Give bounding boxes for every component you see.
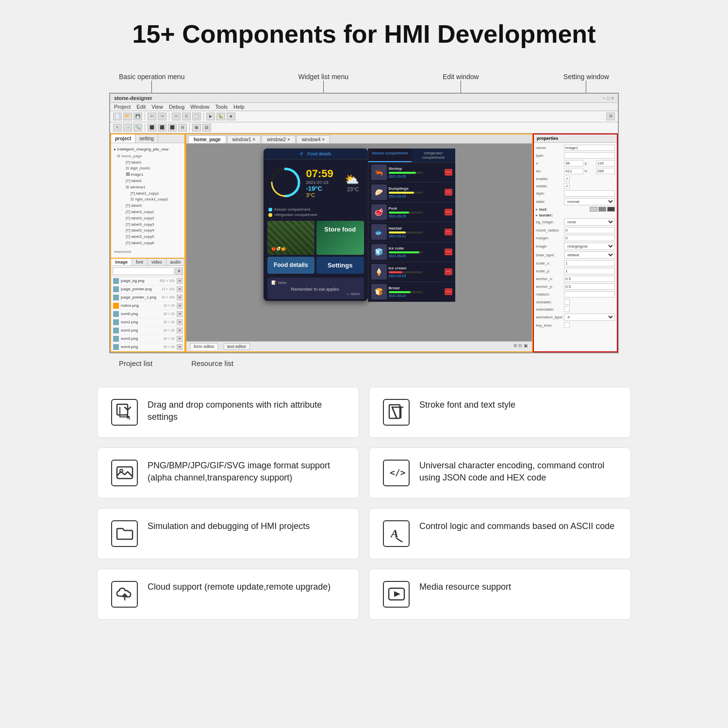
list-item[interactable]: juage_pointer.png 13 × 153 ×: [111, 285, 184, 294]
tree-label1[interactable]: [T] label1: [126, 160, 183, 166]
delete-btn[interactable]: ×: [177, 319, 182, 325]
menu-edit[interactable]: Edit: [136, 104, 146, 110]
food-details-btn[interactable]: Food details: [267, 257, 315, 274]
tab-window1[interactable]: window1 ×: [227, 135, 261, 143]
food-delete-btn[interactable]: —: [445, 169, 452, 176]
text-color-3[interactable]: [607, 207, 615, 212]
food-delete-btn[interactable]: —: [445, 288, 452, 295]
toolbar-align-right[interactable]: ⬛: [168, 124, 177, 132]
toolbar-stop[interactable]: ■: [227, 113, 235, 120]
delete-btn[interactable]: ×: [177, 336, 182, 342]
prop-style-input[interactable]: [564, 190, 615, 197]
prop-anchor-x-input[interactable]: [564, 276, 615, 282]
tree-label3-c3[interactable]: [T] label3_copy3: [126, 222, 183, 228]
toolbar-copy[interactable]: ⎘: [182, 113, 191, 120]
delete-btn[interactable]: ×: [177, 303, 182, 309]
setting-tab[interactable]: setting: [135, 134, 158, 143]
tree-window1[interactable]: ⊟ window1: [126, 184, 183, 191]
text-color-1[interactable]: [590, 207, 597, 212]
res-tab-image[interactable]: image: [111, 259, 132, 265]
toolbar-layout[interactable]: ▦: [192, 124, 201, 132]
prop-state-select[interactable]: normal: [564, 198, 615, 205]
tab-home-page[interactable]: home_page: [188, 135, 226, 143]
list-item[interactable]: juage_bg.png 500 × 200 ×: [111, 277, 184, 285]
tree-resources[interactable]: resources: [112, 248, 183, 256]
list-item[interactable]: sum1.png 18 × 22 ×: [111, 318, 184, 327]
menu-project[interactable]: Project: [114, 104, 131, 110]
tree-label3[interactable]: [T] label3: [126, 203, 183, 209]
ide-menubar[interactable]: Project Edit View Debug Window Tools Hel…: [110, 103, 618, 111]
menu-help[interactable]: Help: [233, 104, 245, 110]
store-food-btn[interactable]: Store food: [316, 221, 364, 255]
food-delete-btn[interactable]: —: [445, 189, 452, 196]
prop-clickable-checkbox[interactable]: [564, 299, 570, 305]
res-tab-audio[interactable]: audio: [166, 259, 185, 265]
prop-scale-y-input[interactable]: [564, 268, 615, 274]
toolbar-group[interactable]: ▧: [202, 124, 211, 132]
tab-window4[interactable]: window4 ×: [297, 135, 331, 143]
food-delete-btn[interactable]: —: [445, 209, 452, 215]
prop-visible-checkbox[interactable]: ✓: [564, 183, 570, 189]
tree-image1[interactable]: 🖼 image1: [126, 172, 183, 178]
list-item[interactable]: sum4.png 18 × 22 ×: [111, 343, 184, 351]
food-delete-btn[interactable]: —: [445, 248, 452, 255]
toolbar-undo[interactable]: ↩: [148, 113, 156, 120]
prop-selectable-checkbox[interactable]: [564, 306, 570, 312]
form-editor-tab[interactable]: form editor: [190, 343, 218, 350]
tree-label3-c2[interactable]: [T] label3_copy2: [126, 215, 183, 222]
prop-rotation-input[interactable]: [564, 291, 615, 298]
delete-btn[interactable]: ×: [177, 295, 182, 300]
food-tab-freezer[interactable]: freezer compartment: [368, 149, 412, 162]
prop-name-input[interactable]: [564, 145, 615, 151]
menu-window[interactable]: Window: [190, 104, 209, 110]
toolbar-run[interactable]: ▶: [206, 113, 215, 120]
tree-label3-c1[interactable]: [T] label3_copy1: [126, 209, 183, 215]
prop-type-input[interactable]: [564, 152, 615, 159]
toolbar-align-center[interactable]: ⬛: [158, 124, 166, 132]
prop-key-tone-checkbox[interactable]: [564, 322, 570, 328]
tree-label2[interactable]: [T] label2: [126, 178, 183, 184]
res-tab-video[interactable]: video: [148, 259, 166, 265]
food-delete-btn[interactable]: —: [445, 229, 452, 235]
tree-label3-c6[interactable]: [T] label3_copy6: [126, 240, 183, 247]
delete-btn[interactable]: ×: [177, 278, 182, 284]
list-item[interactable]: juage_pointer_1.png 10 × 154 ×: [111, 294, 184, 302]
toolbar-settings[interactable]: ⚙: [606, 113, 615, 120]
delete-btn[interactable]: ×: [177, 311, 182, 317]
tree-home-page[interactable]: ⊟ home_page [T] label1 ⊡ digit_clock1 🖼 …: [112, 153, 183, 247]
prop-image-select[interactable]: chargingcar: [564, 243, 615, 250]
prop-anchor-y-input[interactable]: [564, 283, 615, 290]
tree-root[interactable]: ▸ Intelligent_charging_pile_new: [112, 145, 183, 153]
tree-label3-c4[interactable]: [T] label3_copy4: [126, 228, 183, 234]
toolbar-pointer[interactable]: →: [123, 124, 132, 132]
prop-animation-select[interactable]: 4: [564, 314, 615, 321]
tree-right-clock[interactable]: ⊡ right_clock1_copy1: [126, 197, 183, 203]
prop-h-input[interactable]: [596, 168, 615, 174]
list-item[interactable]: sum3.png 18 × 22 ×: [111, 335, 184, 343]
toolbar-save[interactable]: 💾: [133, 113, 142, 120]
tree-label3-c5[interactable]: [T] label3_copy5: [126, 234, 183, 240]
prop-w-input[interactable]: [564, 168, 583, 174]
settings-btn[interactable]: Settings: [316, 257, 364, 274]
delete-btn[interactable]: ×: [177, 344, 182, 350]
toolbar-debug[interactable]: 🐛: [216, 113, 225, 120]
tree-label1-copy1[interactable]: [T] label1_copy1: [126, 191, 183, 197]
list-item[interactable]: sum0.png 18 × 22 ×: [111, 310, 184, 318]
delete-btn[interactable]: ×: [177, 286, 182, 292]
menu-debug[interactable]: Debug: [169, 104, 184, 110]
toolbar-grid[interactable]: ⊞: [178, 124, 187, 132]
menu-tools[interactable]: Tools: [215, 104, 228, 110]
tab-window2[interactable]: window2 ×: [262, 135, 296, 143]
add-resource-btn[interactable]: +: [175, 267, 183, 275]
prop-margin-input[interactable]: [564, 235, 615, 241]
prop-bg-image-select[interactable]: none: [564, 218, 615, 226]
toolbar-paste[interactable]: 📋: [192, 113, 201, 120]
food-delete-btn[interactable]: —: [445, 268, 452, 275]
prop-y-input[interactable]: [596, 160, 615, 166]
prop-draw-type-select[interactable]: default: [564, 251, 615, 259]
toolbar-select[interactable]: ↖: [113, 124, 122, 132]
toolbar-cut[interactable]: ✂: [172, 113, 181, 120]
search-input[interactable]: [113, 267, 174, 275]
toolbar-align-left[interactable]: ⬛: [148, 124, 156, 132]
toolbar-zoom-in[interactable]: 🔍: [133, 124, 142, 132]
